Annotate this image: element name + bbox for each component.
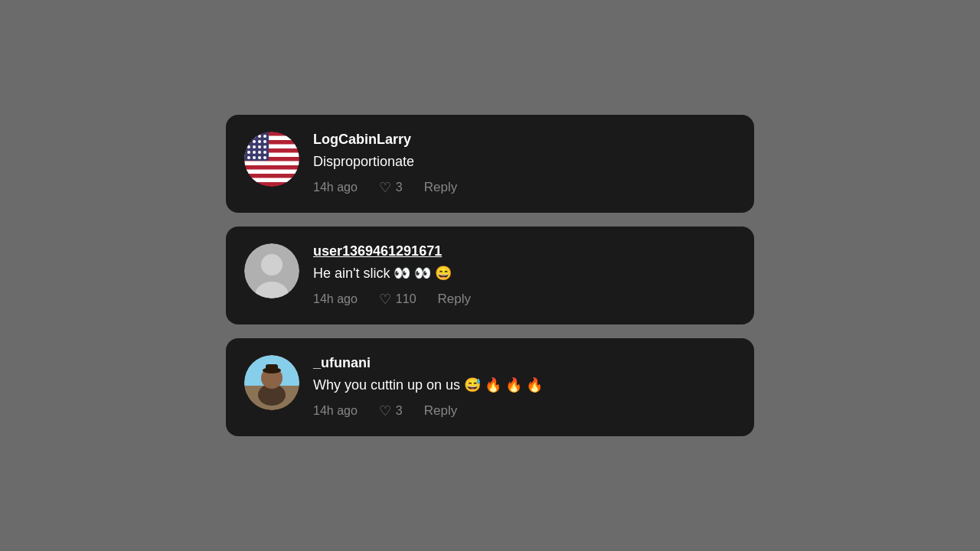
comment-body-1: LogCabinLarry Disproportionate 14h ago ♡… (313, 132, 736, 196)
svg-point-31 (261, 254, 283, 276)
like-count-2: 110 (396, 292, 416, 306)
avatar-flag-icon (244, 132, 299, 187)
svg-rect-2 (244, 135, 299, 140)
comment-text-1: Disproportionate (313, 152, 736, 171)
heart-icon-2: ♡ (379, 291, 391, 308)
like-section-2[interactable]: ♡ 110 (379, 291, 416, 308)
like-section-3[interactable]: ♡ 3 (379, 403, 403, 419)
svg-point-18 (253, 145, 256, 148)
svg-point-10 (253, 135, 256, 138)
comment-text-3: Why you cuttin up on us 😅 🔥 🔥 🔥 (313, 376, 736, 395)
comment-text-2: He ain't slick 👀 👀 😄 (313, 264, 736, 283)
svg-point-22 (253, 151, 256, 154)
svg-point-27 (258, 156, 261, 159)
svg-point-19 (258, 145, 261, 148)
like-count-3: 3 (396, 404, 403, 418)
timestamp-2: 14h ago (313, 292, 358, 306)
username-2[interactable]: user1369461291671 (313, 243, 736, 259)
comment-meta-2: 14h ago ♡ 110 Reply (313, 291, 736, 308)
avatar-default-icon (244, 243, 299, 298)
username-3[interactable]: _ufunani (313, 355, 736, 371)
comment-meta-1: 14h ago ♡ 3 Reply (313, 179, 736, 196)
svg-point-23 (258, 151, 261, 154)
svg-point-9 (247, 135, 250, 138)
avatar-1 (244, 132, 299, 187)
avatar-2 (244, 243, 299, 298)
svg-rect-5 (244, 161, 299, 165)
svg-point-12 (263, 135, 266, 138)
svg-point-28 (263, 156, 266, 159)
svg-rect-7 (244, 178, 299, 182)
comment-card-3: _ufunani Why you cuttin up on us 😅 🔥 🔥 🔥… (226, 338, 754, 436)
heart-icon-3: ♡ (379, 403, 391, 419)
svg-point-13 (247, 140, 250, 143)
comment-body-2: user1369461291671 He ain't slick 👀 👀 😄 1… (313, 243, 736, 308)
svg-point-21 (247, 151, 250, 154)
svg-point-17 (247, 145, 250, 148)
like-section-1[interactable]: ♡ 3 (379, 179, 403, 196)
username-1[interactable]: LogCabinLarry (313, 132, 736, 148)
timestamp-1: 14h ago (313, 181, 358, 194)
comment-card-1: LogCabinLarry Disproportionate 14h ago ♡… (226, 115, 754, 213)
svg-point-14 (253, 140, 256, 143)
svg-point-16 (263, 140, 266, 143)
svg-point-15 (258, 140, 261, 143)
comment-body-3: _ufunani Why you cuttin up on us 😅 🔥 🔥 🔥… (313, 355, 736, 419)
like-count-1: 3 (396, 181, 403, 194)
svg-point-24 (263, 151, 266, 154)
svg-rect-40 (266, 364, 278, 372)
timestamp-3: 14h ago (313, 404, 358, 418)
comment-meta-3: 14h ago ♡ 3 Reply (313, 403, 736, 419)
svg-point-20 (263, 145, 266, 148)
comment-card-2: user1369461291671 He ain't slick 👀 👀 😄 1… (226, 227, 754, 324)
svg-point-26 (253, 156, 256, 159)
svg-rect-6 (244, 169, 299, 174)
avatar-person-icon (244, 355, 299, 410)
svg-point-25 (247, 156, 250, 159)
heart-icon-1: ♡ (379, 179, 391, 196)
svg-point-11 (258, 135, 261, 138)
reply-button-1[interactable]: Reply (424, 180, 457, 195)
reply-button-2[interactable]: Reply (438, 292, 471, 307)
reply-button-3[interactable]: Reply (424, 403, 457, 419)
avatar-3 (244, 355, 299, 410)
